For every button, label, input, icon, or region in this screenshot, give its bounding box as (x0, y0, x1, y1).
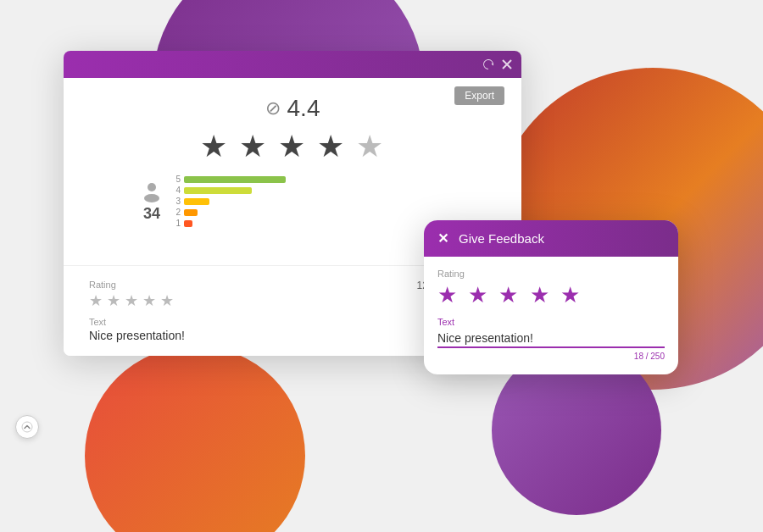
dialog-star-3[interactable]: ★ (498, 282, 521, 308)
bar-1 (184, 220, 192, 227)
fb-star-3: ★ (125, 292, 138, 309)
rating-average: ⊘ 4.4 (89, 95, 496, 122)
bg-circle-bottom-left (85, 346, 305, 532)
mobile-dialog: ✕ Give Feedback Rating ★ ★ ★ ★ ★ Text 18… (424, 220, 678, 374)
dialog-text-label: Text (437, 317, 665, 327)
bar-label-5: 5 (174, 175, 181, 184)
export-button[interactable]: Export (454, 86, 504, 105)
bars-container: 5 4 3 2 1 (174, 175, 286, 228)
bar-label-2: 2 (174, 208, 181, 217)
dialog-text-input[interactable] (437, 331, 665, 348)
dialog-star-1[interactable]: ★ (437, 282, 459, 308)
svg-point-1 (144, 194, 159, 202)
bar-5 (184, 176, 286, 183)
svg-point-0 (148, 183, 156, 191)
window-titlebar (64, 51, 521, 78)
user-count: 34 (143, 205, 160, 223)
fb-star-5: ★ (160, 292, 174, 309)
fb-star-2: ★ (107, 292, 120, 309)
dialog-rating-label: Rating (437, 269, 665, 279)
bar-row-3: 3 (174, 197, 286, 206)
dialog-star-5[interactable]: ★ (560, 282, 582, 308)
bar-row-5: 5 (174, 175, 286, 184)
dialog-char-count: 18 / 250 (437, 352, 665, 361)
bar-3 (184, 198, 209, 205)
dialog-close-button[interactable]: ✕ (437, 230, 448, 247)
close-button[interactable] (501, 58, 513, 70)
scene: Export ⊘ 4.4 ★ ★ ★ ★ ★ (0, 0, 763, 532)
dialog-body: Rating ★ ★ ★ ★ ★ Text 18 / 250 (424, 257, 678, 374)
stars-display: ★ ★ ★ ★ ★ (89, 129, 496, 164)
fb-star-4: ★ (142, 292, 156, 309)
star-1: ★ (200, 129, 229, 163)
bar-label-4: 4 (174, 186, 181, 195)
bar-2 (184, 209, 198, 216)
star-2: ★ (239, 129, 268, 163)
star-5: ★ (356, 129, 385, 163)
dialog-titlebar: ✕ Give Feedback (424, 220, 678, 257)
dialog-star-4[interactable]: ★ (530, 282, 552, 308)
bar-4 (184, 187, 252, 194)
fb-star-1: ★ (89, 292, 103, 309)
bar-label-3: 3 (174, 197, 181, 206)
star-3: ★ (278, 129, 307, 163)
bar-row-4: 4 (174, 186, 286, 195)
dialog-title: Give Feedback (459, 231, 544, 246)
bar-label-1: 1 (174, 219, 181, 228)
scroll-up-button[interactable] (15, 415, 39, 439)
up-arrow-icon (21, 421, 33, 433)
avg-icon: ⊘ (265, 97, 281, 119)
refresh-button[interactable] (482, 58, 494, 70)
star-4: ★ (317, 129, 346, 163)
dialog-stars: ★ ★ ★ ★ ★ (437, 282, 665, 308)
bar-row-2: 2 (174, 208, 286, 217)
dialog-star-2[interactable]: ★ (468, 282, 490, 308)
avg-value: 4.4 (287, 95, 320, 122)
user-icon (140, 180, 164, 203)
user-icon-container: 34 (140, 180, 164, 223)
svg-point-2 (22, 422, 32, 432)
bar-row-1: 1 (174, 219, 286, 228)
